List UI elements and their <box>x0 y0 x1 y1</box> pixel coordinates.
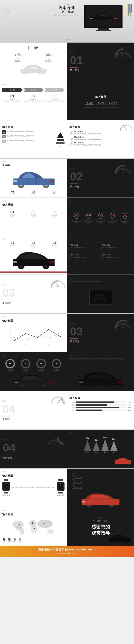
svg-rect-36 <box>13 180 17 182</box>
svg-point-124 <box>32 522 33 524</box>
three-col-nums: 01 输入标题 输入内容 02 输入标题 输入内容 03 输入标题 输入内容 <box>2 210 65 218</box>
svg-point-118 <box>20 528 24 535</box>
dark-tab-1: 输入标题 <box>85 101 94 105</box>
watch1-face <box>2 482 10 491</box>
3col-title: 输入标题 <box>2 203 65 206</box>
dark-tab-2: 输入标题 <box>96 101 106 105</box>
donut-4: 04 <box>52 359 61 368</box>
svg-line-27 <box>124 126 126 130</box>
svg-text:A: A <box>14 344 15 346</box>
part03-number: 03 第三部分 <box>2 287 15 304</box>
footer-url: www.sucai999.com <box>4 552 130 554</box>
svg-text:120: 120 <box>122 46 125 48</box>
black-car-container <box>2 248 65 272</box>
rect-mid <box>57 139 64 141</box>
part04-white-slide: 第三张 04 第四部分 <box>0 391 67 430</box>
dark-title-text: 输入内容输入内容输入内容输入内容输入内容输入内容输入内容 <box>70 106 131 109</box>
svg-point-2 <box>5 4 8 7</box>
svg-rect-113 <box>82 499 120 505</box>
svg-text:D: D <box>48 344 50 346</box>
cone-2: 50+ 输入 <box>93 439 100 453</box>
watch2-label: 输入标题 <box>59 494 64 496</box>
cover-subtitle: PPT 模板 <box>54 10 80 14</box>
red-line-02 <box>70 184 78 184</box>
svg-point-121 <box>37 520 53 528</box>
anchor-icon-1: ⚓ <box>69 131 73 134</box>
svg-text:120: 120 <box>131 130 133 130</box>
dark-laptop-slide: 第三张 输入内容输入内容输入内容输入内容输入内容输入内容 <box>67 275 134 313</box>
bar-fill-3 <box>76 407 119 408</box>
svg-line-23 <box>126 50 127 51</box>
svg-rect-35 <box>13 178 55 185</box>
col-item-1: 01 输入标题 输入内容输入内容输入内容输入内容 <box>2 94 22 102</box>
svg-point-122 <box>47 529 54 534</box>
3col-tag: 第二张 <box>2 200 65 202</box>
car-nums: 01 输入标题 02 输入标题 03 输入标题 <box>2 190 65 195</box>
t-node-1: 🚗 2014 输入内容输入内容输入内容 <box>71 213 81 224</box>
dark-title-heading: 输入标题 <box>70 95 131 99</box>
svg-point-64 <box>14 340 15 341</box>
circles-tag: 第三张 <box>2 355 65 356</box>
numbered-tag: 第一张 <box>2 122 65 124</box>
numbered-list-slide: 第一张 输入标题 01 输入内容输入内容输入内容输入内容输入内容 02 输入内容… <box>0 120 67 158</box>
svg-rect-9 <box>91 17 116 20</box>
dark-col-1: 输入标题 输入内容输入内容输入内容 <box>69 242 100 250</box>
num-item-3: 03 输入内容输入内容输入内容输入内容输入内容 <box>2 140 55 143</box>
svg-text:C: C <box>37 344 38 346</box>
gauge-decoration-03 <box>113 315 133 331</box>
cover-car-svg <box>88 11 119 22</box>
part04-number: 04 第四部分 <box>2 403 15 421</box>
flower-decoration <box>2 2 11 20</box>
toc-item-1: 01 第一部分 <box>14 52 21 56</box>
svg-point-67 <box>48 329 49 330</box>
blue-car-slide: 第二张 输入标题 <box>0 159 67 197</box>
part03-white-tag: 第一张 <box>2 284 6 286</box>
dark-4col-slide: 第一张 输入标题 输入内容输入内容输入内容 输入标题 输入内容输入内容输入内容 … <box>67 236 134 274</box>
pin-1: 位置一 <box>2 538 6 543</box>
anchor-icon-3: ⚓ <box>69 142 73 145</box>
toc-slide: 目 录 01 第一部分 04 第四部分 02 第二部分 03 <box>0 42 67 81</box>
svg-rect-115 <box>116 501 120 502</box>
anchor-list: ⚓ 输入标题 01 输入内容输入内容输入内容输入内容输入内容 ⚓ 输入标题 02… <box>69 130 132 156</box>
part01-section: 第一张 0 100 120 01 第一部分 <box>67 42 134 81</box>
svg-rect-49 <box>13 259 55 266</box>
dark-title-tag: 第一张 <box>70 92 131 94</box>
watch2-band-bot <box>58 492 63 494</box>
shapes-gauge-slide: 第一张 输入标题 0 120 ⚓ 输入标题 01 <box>67 120 134 158</box>
cover-brand: 紫鸟图库 <box>63 38 71 41</box>
red-line-03 <box>2 300 10 300</box>
svg-point-4 <box>7 10 9 13</box>
arrow-steps: 输入标题 输入标题 输入标题 <box>2 88 65 92</box>
pin-4: 位置四 <box>18 538 22 543</box>
watch1-band-top <box>4 479 8 481</box>
svg-rect-89 <box>118 382 123 383</box>
three-col-content: 01 输入标题 输入内容输入内容输入内容输入内容 02 输入标题 输入内容输入内… <box>2 94 65 102</box>
watch-slide: 第四张 输入标题 01 输入标题 <box>0 468 67 507</box>
svg-point-126 <box>34 528 35 529</box>
toc-item-3: 03 第三部分 <box>45 58 52 62</box>
watch-title: 输入标题 <box>2 474 65 478</box>
cone-slide: 第四张 70+ 输入 50+ 输入 80+ 输入 60+ 输入 <box>67 430 134 468</box>
dark-4col-grid: 输入标题 输入内容输入内容输入内容 输入标题 输入内容输入内容输入内容 输入标题… <box>69 242 132 260</box>
thankyou-sub: THANK YOU <box>93 520 108 522</box>
pin-3: 位置三 <box>13 538 16 543</box>
watch2-band-top <box>58 479 63 481</box>
svg-rect-114 <box>82 501 85 502</box>
black-car-nums: 01 输入标题 02 输入标题 03 输入标题 <box>2 241 65 246</box>
dark-tab-3: 输入标题 <box>107 101 117 105</box>
toc-car <box>3 64 64 74</box>
black-car-slide: 第二张 01 输入标题 02 输入标题 03 输入标题 <box>0 236 67 274</box>
dark-4col-tag: 第一张 <box>69 238 132 240</box>
cone-tag: 第四张 <box>69 432 132 434</box>
svg-text:0: 0 <box>115 172 116 174</box>
3col-2: 02 输入标题 输入内容 <box>23 210 43 218</box>
part03-section: 第一张 03 第三部分 <box>67 314 134 352</box>
bars-tag: 第四张 <box>69 394 132 395</box>
pencils-decoration <box>127 4 132 17</box>
chart-area: A B C D E <box>2 324 65 347</box>
svg-point-75 <box>122 327 124 328</box>
svg-point-123 <box>18 524 20 525</box>
step-1: 输入标题 <box>2 88 23 92</box>
svg-point-53 <box>57 286 59 287</box>
3col-3: 03 输入标题 输入内容 <box>45 210 65 218</box>
